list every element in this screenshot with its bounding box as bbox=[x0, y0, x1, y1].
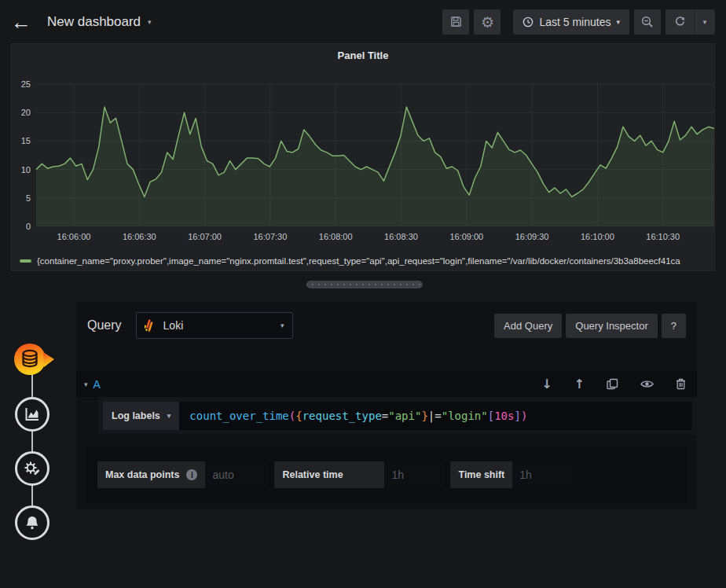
tab-visualization[interactable] bbox=[15, 397, 50, 432]
svg-text:20: 20 bbox=[21, 108, 31, 117]
query-editor-row: Log labels ▾ count_over_time({request_ty… bbox=[98, 397, 697, 435]
max-data-points-form: Max data points i bbox=[97, 461, 268, 488]
relative-time-label: Relative time bbox=[282, 469, 343, 480]
datasource-picker[interactable]: Loki ▾ bbox=[136, 312, 293, 339]
top-navbar: ← New dashboard ▾ ⚙ Last 5 minutes ▾ bbox=[0, 0, 726, 43]
svg-text:16:07:00: 16:07:00 bbox=[188, 232, 222, 241]
svg-text:16:09:30: 16:09:30 bbox=[515, 232, 549, 241]
svg-text:25: 25 bbox=[21, 79, 31, 89]
refresh-button-group: ▾ bbox=[666, 9, 715, 35]
delete-query-trash-icon[interactable] bbox=[676, 378, 686, 390]
log-labels-dropdown[interactable]: Log labels ▾ bbox=[103, 402, 179, 430]
disable-query-eye-icon[interactable] bbox=[640, 380, 654, 388]
time-shift-input[interactable] bbox=[512, 461, 572, 488]
logql-query-input[interactable]: count_over_time({request_type="api"}|="l… bbox=[179, 402, 692, 430]
query-inspector-button[interactable]: Query Inspector bbox=[566, 314, 658, 338]
loki-logo-icon bbox=[145, 319, 156, 333]
svg-text:0: 0 bbox=[26, 222, 31, 231]
svg-text:5: 5 bbox=[26, 193, 31, 203]
query-section-title: Query bbox=[87, 318, 122, 333]
refresh-icon bbox=[674, 16, 686, 28]
relative-time-input[interactable] bbox=[384, 461, 444, 488]
time-shift-form: Time shift bbox=[450, 461, 572, 488]
max-data-points-label: Max data points bbox=[105, 469, 179, 480]
bell-icon bbox=[24, 514, 41, 531]
query-ref-id[interactable]: A bbox=[94, 378, 101, 391]
svg-text:16:06:00: 16:06:00 bbox=[57, 232, 91, 241]
legend-series-marker[interactable] bbox=[20, 259, 31, 263]
svg-text:16:08:00: 16:08:00 bbox=[319, 232, 353, 241]
query-editor-section: Query Loki ▾ Add Query Query Inspector ?… bbox=[76, 302, 697, 509]
dashboard-title[interactable]: New dashboard ▾ bbox=[47, 14, 152, 30]
time-shift-label: Time shift bbox=[458, 469, 504, 480]
chevron-down-icon: ▾ bbox=[703, 18, 707, 26]
chart-legend: {container_name="proxy.prober",image_nam… bbox=[20, 256, 710, 266]
svg-text:10: 10 bbox=[21, 165, 31, 175]
clock-icon bbox=[522, 17, 534, 28]
graph-panel: Panel Title 051015202516:06:0016:06:3016… bbox=[11, 43, 715, 271]
chart-icon bbox=[24, 406, 41, 423]
time-series-chart[interactable]: 051015202516:06:0016:06:3016:07:0016:07:… bbox=[12, 72, 714, 247]
panel-resize-handle[interactable] bbox=[306, 281, 423, 288]
gear-wrench-icon bbox=[23, 459, 42, 478]
time-range-label: Last 5 minutes bbox=[539, 16, 610, 28]
query-header: Query Loki ▾ Add Query Query Inspector ? bbox=[76, 302, 697, 339]
tab-alert[interactable] bbox=[15, 505, 50, 540]
back-arrow-icon[interactable]: ← bbox=[11, 12, 31, 32]
datasource-name: Loki bbox=[163, 319, 273, 332]
chevron-down-icon: ▾ bbox=[148, 18, 152, 26]
gear-icon: ⚙ bbox=[481, 13, 494, 31]
svg-text:16:09:00: 16:09:00 bbox=[449, 232, 483, 241]
log-labels-label: Log labels bbox=[112, 410, 160, 421]
svg-text:16:10:30: 16:10:30 bbox=[646, 232, 680, 241]
tab-general[interactable] bbox=[15, 451, 50, 486]
refresh-interval-dropdown[interactable]: ▾ bbox=[694, 9, 715, 35]
editor-tabs-connector-line bbox=[31, 362, 33, 523]
query-row-header: ▾ A ↓ ↑ bbox=[76, 371, 697, 397]
database-queries-icon bbox=[14, 344, 54, 375]
duplicate-query-icon[interactable] bbox=[607, 378, 618, 390]
refresh-button[interactable] bbox=[666, 9, 694, 35]
collapse-caret-icon[interactable]: ▾ bbox=[84, 380, 88, 388]
save-icon bbox=[450, 16, 462, 28]
add-query-button[interactable]: Add Query bbox=[494, 314, 562, 338]
time-range-picker[interactable]: Last 5 minutes ▾ bbox=[513, 9, 629, 35]
svg-text:16:08:30: 16:08:30 bbox=[384, 232, 418, 241]
save-dashboard-button[interactable] bbox=[442, 9, 469, 35]
query-options-row: Max data points i Relative time Time shi… bbox=[86, 447, 687, 503]
svg-text:16:07:30: 16:07:30 bbox=[253, 232, 287, 241]
help-button[interactable]: ? bbox=[662, 314, 686, 338]
chevron-down-icon: ▾ bbox=[616, 18, 620, 26]
max-data-points-input[interactable] bbox=[205, 461, 268, 488]
info-icon[interactable]: i bbox=[186, 469, 197, 480]
zoom-out-button[interactable] bbox=[634, 9, 661, 35]
svg-text:16:06:30: 16:06:30 bbox=[123, 232, 156, 241]
dashboard-settings-button[interactable]: ⚙ bbox=[474, 9, 500, 35]
chevron-down-icon: ▾ bbox=[167, 412, 171, 420]
legend-series-label[interactable]: {container_name="proxy.prober",image_nam… bbox=[37, 256, 680, 266]
tab-queries[interactable] bbox=[11, 340, 55, 381]
move-query-down-icon[interactable]: ↓ bbox=[541, 377, 552, 391]
move-query-up-icon[interactable]: ↑ bbox=[574, 377, 585, 391]
relative-time-form: Relative time bbox=[274, 461, 444, 488]
chevron-down-icon: ▾ bbox=[280, 322, 284, 329]
zoom-out-icon bbox=[641, 16, 654, 28]
svg-text:16:10:00: 16:10:00 bbox=[581, 232, 614, 241]
panel-title[interactable]: Panel Title bbox=[12, 44, 714, 61]
svg-text:15: 15 bbox=[21, 136, 31, 145]
dashboard-title-text: New dashboard bbox=[47, 14, 141, 30]
